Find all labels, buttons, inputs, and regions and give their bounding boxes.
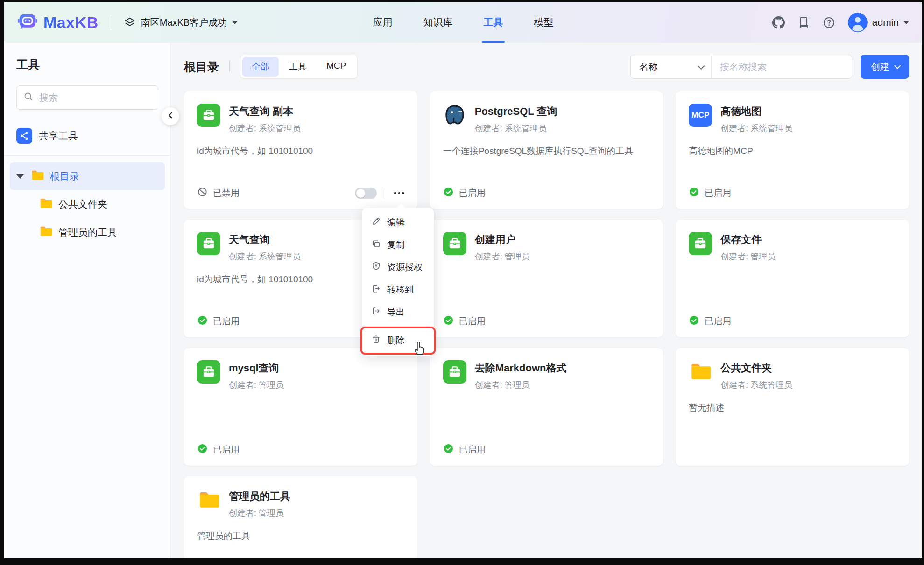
window-frame: MaxKB 南区MaxKB客户成功 应用 知识库 工具 模型 bbox=[0, 0, 924, 565]
enabled-check-icon bbox=[689, 187, 699, 200]
status-label: 已启用 bbox=[705, 315, 731, 328]
tab-tools[interactable]: 工具 bbox=[280, 57, 316, 77]
card-title: 天气查询 副本 bbox=[229, 104, 301, 119]
card-description: 一个连接PostgreSQL数据库执行SQL查询的工具 bbox=[443, 145, 650, 158]
name-search-input[interactable] bbox=[712, 55, 852, 78]
card-title: 去除Markdown格式 bbox=[475, 360, 567, 375]
page-title: 根目录 bbox=[184, 59, 219, 75]
card-creator: 创建者: 系统管理员 bbox=[229, 251, 301, 262]
card-description: 高德地图的MCP bbox=[689, 145, 896, 158]
menu-divider bbox=[362, 326, 434, 327]
menu-item-edit[interactable]: 编辑 bbox=[362, 211, 434, 234]
card-title: mysql查询 bbox=[229, 360, 284, 375]
enabled-check-icon bbox=[443, 443, 454, 456]
card-creator: 创建者: 管理员 bbox=[475, 379, 567, 391]
status-label: 已启用 bbox=[705, 187, 731, 199]
tool-icon bbox=[197, 360, 220, 384]
tab-mcp[interactable]: MCP bbox=[317, 57, 355, 77]
workspace-name: 南区MaxKB客户成功 bbox=[141, 16, 227, 29]
card-title: PostgreSQL 查询 bbox=[475, 104, 557, 119]
more-actions-button[interactable] bbox=[391, 188, 407, 198]
robot-logo-icon bbox=[17, 11, 38, 34]
postgresql-icon bbox=[443, 104, 466, 127]
sidebar-item-shared-tools[interactable]: 共享工具 bbox=[16, 126, 158, 146]
card-creator: 创建者: 管理员 bbox=[475, 251, 530, 262]
nav-knowledge-base[interactable]: 知识库 bbox=[422, 2, 455, 43]
chevron-down-icon bbox=[698, 62, 705, 70]
folder-card[interactable]: 公共文件夹 创建者: 系统管理员 暂无描述 bbox=[676, 348, 909, 466]
tool-card[interactable]: PostgreSQL 查询 创建者: 系统管理员 一个连接PostgreSQL数… bbox=[430, 91, 663, 209]
toolbar-divider bbox=[229, 61, 230, 72]
tree-item-admin-tools[interactable]: 管理员的工具 bbox=[10, 218, 165, 246]
trash-icon bbox=[371, 335, 381, 347]
nav-models[interactable]: 模型 bbox=[532, 2, 556, 43]
search-icon bbox=[23, 91, 34, 104]
sort-field-select[interactable]: 名称 bbox=[631, 61, 711, 73]
github-icon[interactable] bbox=[772, 16, 785, 29]
tool-card[interactable]: MCP 高德地图 创建者: 系统管理员 高德地图的MCP 已启用 bbox=[676, 91, 909, 209]
tree-item-root[interactable]: 根目录 bbox=[10, 162, 165, 190]
nav-applications[interactable]: 应用 bbox=[371, 2, 395, 43]
sidebar-search[interactable] bbox=[16, 85, 158, 110]
chevron-down-icon bbox=[903, 21, 909, 24]
toolbar-right: 名称 创建 bbox=[630, 55, 909, 79]
avatar bbox=[848, 13, 868, 32]
folder-icon bbox=[197, 488, 220, 512]
status-label: 已禁用 bbox=[213, 187, 240, 199]
sidebar-search-input[interactable] bbox=[39, 92, 163, 103]
card-context-menu: 编辑 复制 资源授权 转移到 导出 删除 bbox=[362, 208, 434, 356]
menu-item-delete[interactable]: 删除 bbox=[362, 329, 434, 352]
move-to-icon bbox=[371, 284, 381, 296]
maxkb-logo[interactable]: MaxKB bbox=[17, 11, 99, 34]
sidebar-divider bbox=[4, 155, 170, 156]
card-description: 管理员的工具 bbox=[197, 530, 404, 543]
tree-item-public-folder[interactable]: 公共文件夹 bbox=[10, 190, 165, 218]
card-title: 管理员的工具 bbox=[229, 488, 290, 503]
workspace-selector[interactable]: 南区MaxKB客户成功 bbox=[123, 16, 238, 29]
card-creator: 创建者: 管理员 bbox=[229, 508, 290, 519]
tree-item-label: 管理员的工具 bbox=[58, 226, 117, 239]
tool-card[interactable]: 天气查询 副本 创建者: 系统管理员 id为城市代号，如 101010100 已… bbox=[184, 91, 417, 209]
share-icon bbox=[16, 128, 32, 144]
menu-item-move-to[interactable]: 转移到 bbox=[362, 279, 434, 301]
tool-card[interactable]: 去除Markdown格式 创建者: 管理员 已启用 bbox=[430, 348, 663, 466]
tab-all[interactable]: 全部 bbox=[242, 57, 279, 77]
menu-item-copy[interactable]: 复制 bbox=[362, 234, 434, 256]
tool-icon bbox=[197, 104, 220, 127]
card-title: 天气查询 bbox=[229, 232, 301, 247]
maxkb-app: MaxKB 南区MaxKB客户成功 应用 知识库 工具 模型 bbox=[4, 2, 922, 558]
tool-card[interactable]: 保存文件 创建者: 管理员 已启用 bbox=[676, 220, 909, 337]
enabled-check-icon bbox=[197, 315, 208, 328]
status-label: 已启用 bbox=[213, 444, 240, 456]
card-creator: 创建者: 管理员 bbox=[720, 251, 776, 262]
card-creator: 创建者: 系统管理员 bbox=[229, 123, 301, 134]
tool-icon bbox=[197, 232, 220, 255]
nav-tools[interactable]: 工具 bbox=[482, 2, 505, 43]
chevron-down-icon bbox=[894, 63, 901, 69]
menu-item-export[interactable]: 导出 bbox=[362, 301, 434, 323]
folder-tree: 根目录 公共文件夹 管理员的工具 bbox=[10, 162, 165, 246]
tool-card[interactable]: 创建用户 创建者: 管理员 已启用 bbox=[430, 220, 663, 337]
docs-book-icon[interactable] bbox=[797, 16, 811, 29]
enable-toggle[interactable] bbox=[355, 188, 377, 199]
create-button[interactable]: 创建 bbox=[861, 55, 909, 79]
folder-card[interactable]: 管理员的工具 创建者: 管理员 管理员的工具 bbox=[184, 476, 417, 558]
layers-icon bbox=[123, 16, 136, 29]
sidebar-collapse-button[interactable] bbox=[162, 107, 179, 125]
caret-down-icon[interactable] bbox=[16, 174, 24, 179]
menu-item-resource-auth[interactable]: 资源授权 bbox=[362, 256, 434, 279]
main-content: 根目录 全部 工具 MCP 名称 bbox=[171, 43, 922, 558]
tool-icon bbox=[689, 232, 712, 255]
user-menu[interactable]: admin bbox=[848, 13, 909, 32]
enabled-check-icon bbox=[197, 443, 208, 456]
status-label: 已启用 bbox=[459, 315, 486, 328]
tool-card[interactable]: mysql查询 创建者: 管理员 已启用 bbox=[184, 348, 417, 466]
status-label: 已启用 bbox=[213, 315, 240, 328]
help-icon[interactable] bbox=[823, 16, 836, 29]
disabled-icon bbox=[197, 187, 208, 200]
edit-icon bbox=[371, 216, 381, 229]
mcp-icon: MCP bbox=[689, 104, 712, 127]
card-description: 暂无描述 bbox=[689, 402, 896, 414]
tool-icon bbox=[443, 360, 466, 384]
folder-icon bbox=[689, 360, 712, 384]
